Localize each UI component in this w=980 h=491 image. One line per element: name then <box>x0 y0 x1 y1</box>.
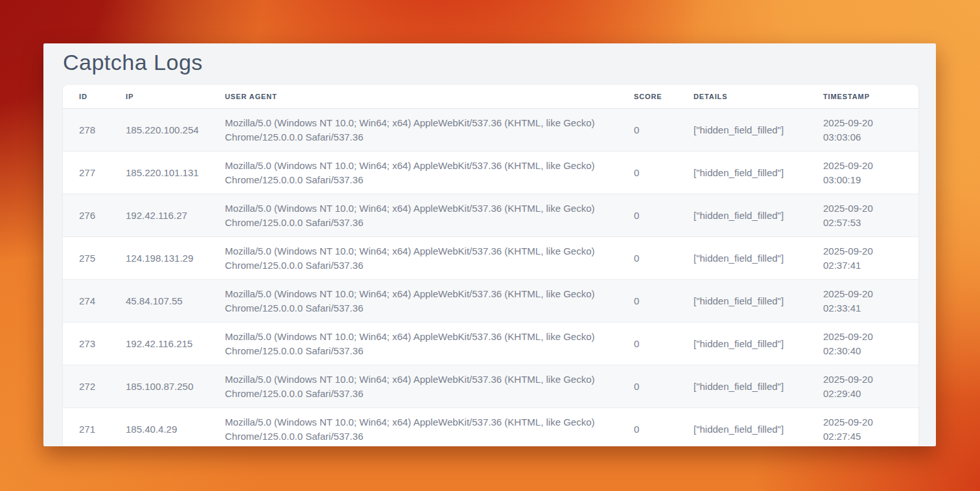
cell-timestamp: 2025-09-20 02:33:41 <box>807 287 918 315</box>
table-row: 271 185.40.4.29 Mozilla/5.0 (Windows NT … <box>63 408 918 446</box>
cell-score: 0 <box>618 251 677 266</box>
cell-timestamp: 2025-09-20 02:27:45 <box>807 415 918 444</box>
column-header-ua: USER AGENT <box>209 93 618 100</box>
cell-score: 0 <box>618 380 677 394</box>
cell-details: ["hidden_field_filled"] <box>677 422 807 437</box>
page-title: Captcha Logs <box>63 49 916 76</box>
cell-id: 278 <box>63 123 110 137</box>
cell-ip: 185.40.4.29 <box>110 422 209 437</box>
cell-id: 271 <box>63 422 110 437</box>
cell-timestamp: 2025-09-20 02:37:41 <box>807 244 918 273</box>
cell-ip: 185.220.100.254 <box>110 123 209 137</box>
table-row: 275 124.198.131.29 Mozilla/5.0 (Windows … <box>63 237 918 280</box>
cell-timestamp: 2025-09-20 03:00:19 <box>807 159 918 187</box>
cell-details: ["hidden_field_filled"] <box>677 251 807 266</box>
column-header-ip: IP <box>110 93 209 100</box>
cell-score: 0 <box>618 166 677 180</box>
cell-score: 0 <box>618 209 677 223</box>
table-row: 277 185.220.101.131 Mozilla/5.0 (Windows… <box>63 152 918 194</box>
cell-user-agent: Mozilla/5.0 (Windows NT 10.0; Win64; x64… <box>209 287 618 315</box>
cell-details: ["hidden_field_filled"] <box>677 380 807 394</box>
cell-user-agent: Mozilla/5.0 (Windows NT 10.0; Win64; x64… <box>209 116 618 144</box>
cell-timestamp: 2025-09-20 02:29:40 <box>807 372 918 401</box>
cell-id: 277 <box>63 166 110 180</box>
cell-user-agent: Mozilla/5.0 (Windows NT 10.0; Win64; x64… <box>209 201 618 230</box>
cell-id: 275 <box>63 251 110 266</box>
cell-ip: 185.100.87.250 <box>110 380 209 394</box>
cell-id: 273 <box>63 337 110 351</box>
desktop-background: { "page": { "title": "Captcha Logs" }, "… <box>0 0 980 491</box>
cell-user-agent: Mozilla/5.0 (Windows NT 10.0; Win64; x64… <box>209 159 618 187</box>
cell-score: 0 <box>618 123 677 137</box>
cell-details: ["hidden_field_filled"] <box>677 209 807 223</box>
cell-id: 272 <box>63 380 110 394</box>
cell-details: ["hidden_field_filled"] <box>677 337 807 351</box>
cell-score: 0 <box>618 422 677 437</box>
column-header-id: ID <box>63 93 110 100</box>
cell-score: 0 <box>618 337 677 351</box>
cell-ip: 124.198.131.29 <box>110 251 209 266</box>
cell-user-agent: Mozilla/5.0 (Windows NT 10.0; Win64; x64… <box>209 372 618 401</box>
table-header-row: IDIPUSER AGENTSCOREDETAILSTIMESTAMP <box>63 85 918 109</box>
cell-ip: 192.42.116.27 <box>110 209 209 223</box>
cell-timestamp: 2025-09-20 02:57:53 <box>807 201 918 230</box>
cell-ip: 192.42.116.215 <box>110 337 209 351</box>
cell-details: ["hidden_field_filled"] <box>677 166 807 180</box>
cell-details: ["hidden_field_filled"] <box>677 123 807 137</box>
cell-user-agent: Mozilla/5.0 (Windows NT 10.0; Win64; x64… <box>209 415 618 444</box>
cell-id: 274 <box>63 294 110 308</box>
cell-timestamp: 2025-09-20 03:03:06 <box>807 116 918 144</box>
cell-ip: 45.84.107.55 <box>110 294 209 308</box>
cell-details: ["hidden_field_filled"] <box>677 294 807 308</box>
cell-user-agent: Mozilla/5.0 (Windows NT 10.0; Win64; x64… <box>209 330 618 358</box>
captcha-logs-card: Captcha Logs IDIPUSER AGENTSCOREDETAILST… <box>43 43 936 446</box>
table-row: 273 192.42.116.215 Mozilla/5.0 (Windows … <box>63 323 918 365</box>
cell-id: 276 <box>63 209 110 223</box>
column-header-score: SCORE <box>618 93 677 100</box>
cell-timestamp: 2025-09-20 02:30:40 <box>807 330 918 358</box>
column-header-details: DETAILS <box>677 93 807 100</box>
table-row: 272 185.100.87.250 Mozilla/5.0 (Windows … <box>63 365 918 408</box>
table-row: 274 45.84.107.55 Mozilla/5.0 (Windows NT… <box>63 280 918 323</box>
cell-ip: 185.220.101.131 <box>110 166 209 180</box>
table-body: 278 185.220.100.254 Mozilla/5.0 (Windows… <box>63 109 918 446</box>
cell-user-agent: Mozilla/5.0 (Windows NT 10.0; Win64; x64… <box>209 244 618 273</box>
table-row: 276 192.42.116.27 Mozilla/5.0 (Windows N… <box>63 194 918 237</box>
captcha-logs-table[interactable]: IDIPUSER AGENTSCOREDETAILSTIMESTAMP 278 … <box>63 85 918 446</box>
table-row: 278 185.220.100.254 Mozilla/5.0 (Windows… <box>63 109 918 152</box>
column-header-ts: TIMESTAMP <box>807 93 918 100</box>
cell-score: 0 <box>618 294 677 308</box>
